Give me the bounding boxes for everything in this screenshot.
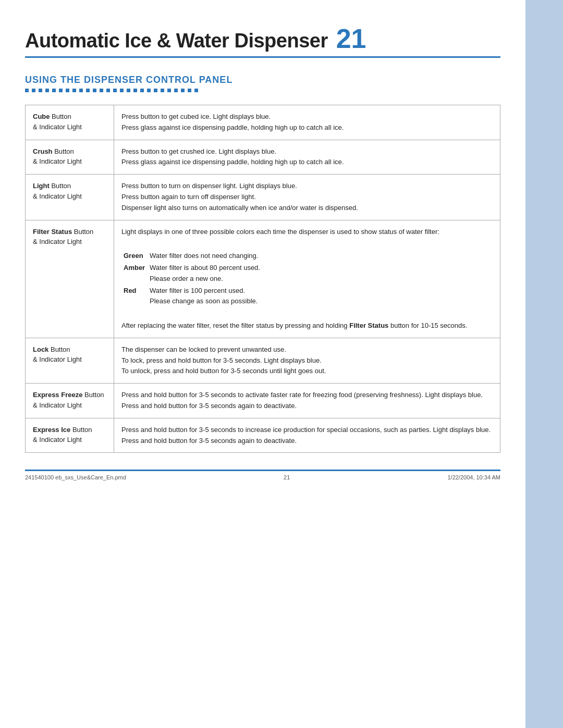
desc-lock: The dispenser can be locked to prevent u…	[114, 338, 500, 383]
dot-8	[72, 89, 76, 92]
footer-left: 241540100 eb_sxs_Use&Care_En.pmd	[25, 474, 126, 480]
desc-cube: Press button to get cubed ice. Light dis…	[114, 105, 500, 140]
dot-21	[161, 89, 164, 92]
filter-red-row: Red Water filter is 100 percent used.Ple…	[121, 285, 493, 308]
control-table: Cube Button& Indicator Light Press butto…	[25, 105, 500, 453]
label-light-bold: Light	[33, 182, 50, 190]
dot-2	[32, 89, 35, 92]
filter-red-desc: Water filter is 100 percent used.Please …	[148, 285, 493, 308]
desc-crush: Press button to get crushed ice. Light d…	[114, 140, 500, 175]
dot-1	[25, 89, 29, 92]
dot-23	[174, 89, 178, 92]
dot-19	[147, 89, 151, 92]
dot-4	[45, 89, 49, 92]
dot-17	[133, 89, 137, 92]
dot-10	[86, 89, 90, 92]
label-cube: Cube Button& Indicator Light	[26, 105, 114, 140]
dot-11	[93, 89, 96, 92]
footer-right: 1/22/2004, 10:34 AM	[447, 474, 500, 480]
table-row-express-freeze: Express Freeze Button& Indicator Light P…	[26, 384, 500, 418]
section-heading: USING THE DISPENSER CONTROL PANEL	[25, 75, 500, 85]
filter-red-label: Red	[121, 285, 148, 308]
page-number: 21	[336, 25, 366, 52]
dot-3	[39, 89, 42, 92]
dots-row	[25, 89, 500, 92]
filter-green-label: Green	[121, 250, 148, 262]
label-filter-status-bold: Filter Status	[33, 228, 72, 236]
table-row-crush: Crush Button& Indicator Light Press butt…	[26, 140, 500, 175]
page-wrapper: Automatic Ice & Water Dispenser 21 USING…	[0, 0, 563, 728]
dot-5	[52, 89, 56, 92]
dot-18	[140, 89, 144, 92]
dot-12	[100, 89, 103, 92]
filter-amber-label: Amber	[121, 262, 148, 285]
dot-22	[167, 89, 171, 92]
label-express-ice: Express Ice Button& Indicator Light	[26, 418, 114, 453]
desc-express-ice: Press and hold button for 3-5 seconds to…	[114, 418, 500, 453]
table-row-lock: Lock Button& Indicator Light The dispens…	[26, 338, 500, 383]
page-header: Automatic Ice & Water Dispenser 21	[25, 0, 500, 58]
filter-sub-table: Green Water filter does not need changin…	[121, 250, 493, 307]
footer-center: 21	[284, 474, 290, 480]
page-title: Automatic Ice & Water Dispenser	[25, 30, 328, 52]
table-row-express-ice: Express Ice Button& Indicator Light Pres…	[26, 418, 500, 453]
table-row-light: Light Button& Indicator Light Press butt…	[26, 175, 500, 220]
filter-green-desc: Water filter does not need changing.	[148, 250, 493, 262]
content-area: Automatic Ice & Water Dispenser 21 USING…	[0, 0, 525, 480]
dot-16	[127, 89, 130, 92]
dot-15	[120, 89, 124, 92]
dot-25	[188, 89, 191, 92]
dot-20	[154, 89, 157, 92]
dot-26	[194, 89, 198, 92]
dot-7	[66, 89, 69, 92]
filter-status-outro: After replacing the water filter, reset …	[121, 322, 467, 329]
right-sidebar	[525, 0, 563, 728]
label-crush-bold: Crush	[33, 147, 53, 155]
label-filter-status: Filter Status Button& Indicator Light	[26, 220, 114, 338]
label-lock-bold: Lock	[33, 346, 48, 353]
dot-24	[181, 89, 185, 92]
filter-status-intro: Light displays in one of three possible …	[121, 228, 439, 236]
desc-express-freeze: Press and hold button for 3-5 seconds to…	[114, 384, 500, 418]
label-express-freeze: Express Freeze Button& Indicator Light	[26, 384, 114, 418]
page-footer: 241540100 eb_sxs_Use&Care_En.pmd 21 1/22…	[25, 470, 500, 480]
label-express-ice-bold: Express Ice	[33, 426, 70, 434]
dot-14	[113, 89, 117, 92]
label-cube-bold: Cube	[33, 113, 50, 120]
label-light: Light Button& Indicator Light	[26, 175, 114, 220]
desc-light: Press button to turn on dispenser light.…	[114, 175, 500, 220]
label-express-freeze-bold: Express Freeze	[33, 391, 82, 399]
dot-6	[59, 89, 63, 92]
label-crush: Crush Button& Indicator Light	[26, 140, 114, 175]
table-row-cube: Cube Button& Indicator Light Press butto…	[26, 105, 500, 140]
table-row-filter-status: Filter Status Button& Indicator Light Li…	[26, 220, 500, 338]
desc-filter-status: Light displays in one of three possible …	[114, 220, 500, 338]
dot-9	[79, 89, 83, 92]
header-title-group: Automatic Ice & Water Dispenser 21	[25, 25, 366, 52]
dot-13	[106, 89, 110, 92]
filter-green-row: Green Water filter does not need changin…	[121, 250, 493, 262]
filter-amber-row: Amber Water filter is about 80 percent u…	[121, 262, 493, 285]
label-lock: Lock Button& Indicator Light	[26, 338, 114, 383]
filter-amber-desc: Water filter is about 80 percent used.Pl…	[148, 262, 493, 285]
